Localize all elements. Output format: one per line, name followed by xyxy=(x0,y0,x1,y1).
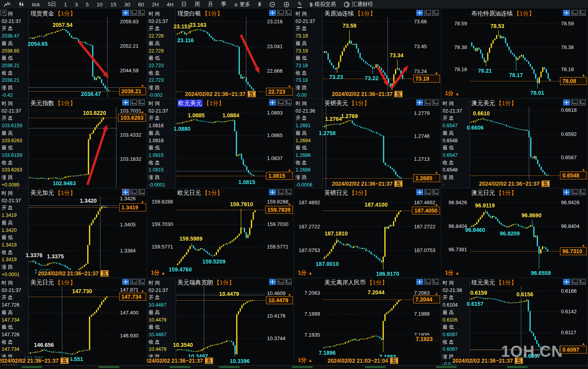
crosshair-tool-icon[interactable] xyxy=(269,10,276,16)
axis-fit-icon[interactable] xyxy=(285,10,292,16)
candlestick-icon[interactable] xyxy=(15,0,28,9)
crosshair-tool-icon[interactable] xyxy=(122,100,129,105)
interval-badge[interactable]: 1分 ▲ xyxy=(298,357,313,364)
interval-badge[interactable]: 1分 ▲ xyxy=(445,269,460,277)
collapse-panel-icon[interactable]: ⊣ xyxy=(0,9,7,15)
axis-scale-icon[interactable] xyxy=(424,279,431,285)
interval-badge[interactable]: 1分 ▲ xyxy=(298,269,313,277)
period-60[interactable]: 60 xyxy=(134,0,148,9)
axis-scale-icon[interactable] xyxy=(277,189,284,195)
period-week[interactable]: 周 xyxy=(191,0,204,9)
crosshair-tool-icon[interactable] xyxy=(563,189,570,195)
crosshair-tool-icon[interactable] xyxy=(416,279,423,285)
fx678-brand[interactable]: 汇通财经 xyxy=(340,0,377,9)
period-tick[interactable]: tick xyxy=(28,0,44,9)
instrument-title[interactable]: 布伦特原油连续 xyxy=(472,10,513,17)
crosshair-tool-icon[interactable] xyxy=(563,100,570,105)
axis-scale-icon[interactable] xyxy=(130,100,137,105)
axis-fit-icon[interactable] xyxy=(579,279,586,285)
period-10[interactable]: 10 xyxy=(93,0,107,9)
axis-scale-icon[interactable] xyxy=(571,189,578,195)
axis-fit-icon[interactable] xyxy=(432,279,439,285)
crosshair-tool-icon[interactable] xyxy=(563,279,570,285)
instrument-title[interactable]: 澳元日元 xyxy=(472,189,495,197)
chart-plot[interactable] xyxy=(176,286,265,364)
instrument-title[interactable]: 英镑日元 xyxy=(324,189,348,197)
instrument-title[interactable]: 美元指数 xyxy=(30,100,54,107)
axis-fit-icon[interactable] xyxy=(285,279,292,285)
period-5d[interactable]: 5日 xyxy=(44,0,60,9)
axis-fit-icon[interactable] xyxy=(432,189,439,195)
axis-fit-icon[interactable] xyxy=(432,100,439,105)
instrument-title[interactable]: 美元离岸人民币 xyxy=(324,279,366,286)
period-1[interactable]: 1 xyxy=(60,0,71,9)
axis-scale-icon[interactable] xyxy=(571,10,578,16)
axis-fit-icon[interactable] xyxy=(138,100,145,105)
draw-tool[interactable]: ✎ xyxy=(294,0,306,9)
instrument-title[interactable]: 现货白银 xyxy=(178,10,201,17)
period-day[interactable]: 日 xyxy=(177,0,191,9)
demo-trading[interactable]: $模拟交易 xyxy=(306,0,340,9)
axis-fit-icon[interactable] xyxy=(579,10,586,16)
instrument-title[interactable]: 现货黄金 xyxy=(30,10,54,17)
chart-plot[interactable] xyxy=(29,286,118,364)
crosshair-tool-icon[interactable] xyxy=(416,100,423,105)
axis-fit-icon[interactable] xyxy=(138,279,145,285)
axis-fit-icon[interactable] xyxy=(285,189,292,195)
crosshair-tool-icon[interactable] xyxy=(122,10,129,16)
instrument-title[interactable]: 欧元美元 xyxy=(178,100,203,107)
axis-fit-icon[interactable] xyxy=(138,189,145,195)
axis-scale-icon[interactable] xyxy=(277,100,284,105)
crosshair-tool-icon[interactable] xyxy=(563,10,570,16)
axis-scale-icon[interactable] xyxy=(277,10,284,16)
crosshair-tool-icon[interactable] xyxy=(269,100,276,105)
axis-fit-icon[interactable] xyxy=(579,100,586,105)
axis-fit-icon[interactable] xyxy=(579,189,586,195)
period-5[interactable]: 5 xyxy=(82,0,93,9)
more-menu[interactable]: ≡更多 xyxy=(230,0,254,9)
crosshair-tool-icon[interactable] xyxy=(269,279,276,285)
interval-badge[interactable]: 1分 ▲ xyxy=(445,90,460,97)
axis-scale-icon[interactable] xyxy=(571,279,578,285)
crosshair-tool-icon[interactable] xyxy=(416,189,423,195)
instrument-title[interactable]: 澳元美元 xyxy=(472,100,495,107)
axis-scale-icon[interactable] xyxy=(424,189,431,195)
instrument-title[interactable]: 美元瑞典克朗 xyxy=(178,279,213,286)
crosshair-tool-icon[interactable] xyxy=(416,10,423,16)
chart-plot[interactable] xyxy=(323,286,412,364)
instrument-title[interactable]: 欧元日元 xyxy=(178,189,201,197)
chart-plot[interactable] xyxy=(470,17,559,98)
axis-scale-icon[interactable] xyxy=(424,10,431,16)
period-4h[interactable]: 4H xyxy=(163,0,177,9)
crosshair-tool-icon[interactable] xyxy=(122,279,129,285)
period-2h[interactable]: 2H xyxy=(148,0,163,9)
instrument-title[interactable]: 美元加元 xyxy=(30,189,54,197)
axis-scale-icon[interactable] xyxy=(424,100,431,105)
crosshair-tool-icon[interactable] xyxy=(122,189,129,195)
indicator-fx[interactable]: fx xyxy=(254,0,265,9)
instrument-title[interactable]: 美原油连续 xyxy=(324,10,354,17)
instrument-title[interactable]: 美元日元 xyxy=(30,279,54,286)
line-chart-icon[interactable] xyxy=(0,0,15,9)
chart-plot[interactable] xyxy=(29,107,118,187)
interval-badge[interactable]: 1分 ▲ xyxy=(151,269,166,277)
zoom-in[interactable] xyxy=(279,0,294,9)
period-15[interactable]: 15 xyxy=(107,0,120,9)
chart-plot[interactable] xyxy=(29,196,118,277)
axis-fit-icon[interactable] xyxy=(432,10,439,16)
crosshair-tool-icon[interactable] xyxy=(269,189,276,195)
chart-plot[interactable] xyxy=(29,17,118,98)
instrument-title[interactable]: 纽元美元 xyxy=(472,279,495,286)
axis-fit-icon[interactable] xyxy=(285,100,292,105)
zoom-out[interactable] xyxy=(265,0,279,9)
period-quarter[interactable]: 季 xyxy=(217,0,230,9)
axis-scale-icon[interactable] xyxy=(130,279,137,285)
instrument-title[interactable]: 英镑美元 xyxy=(324,100,348,107)
axis-scale-icon[interactable] xyxy=(130,10,137,16)
period-month[interactable]: 月 xyxy=(204,0,217,9)
chart-plot[interactable] xyxy=(176,107,265,187)
axis-scale-icon[interactable] xyxy=(571,100,578,105)
axis-scale-icon[interactable] xyxy=(130,189,137,195)
axis-scale-icon[interactable] xyxy=(277,279,284,285)
period-3[interactable]: 3 xyxy=(71,0,82,9)
